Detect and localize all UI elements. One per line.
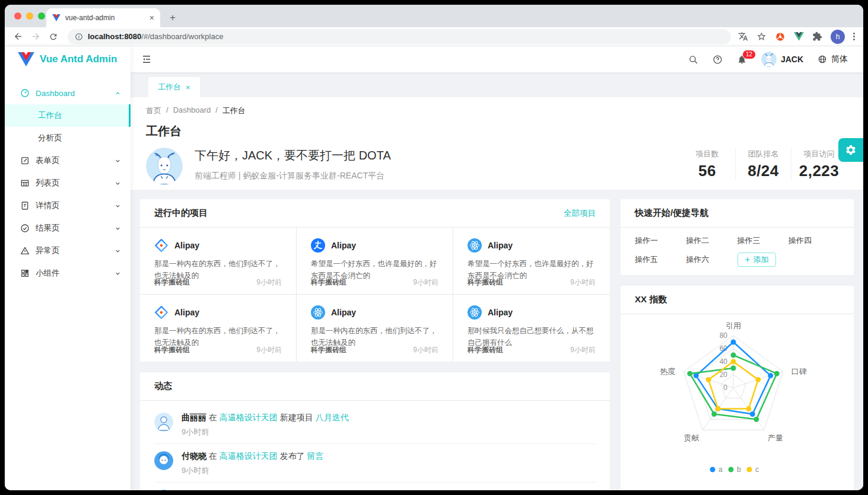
notification-badge: 12 [742,50,756,59]
breadcrumb: 首页 / Dashboard / 工作台 [146,106,847,116]
breadcrumb-dashboard[interactable]: Dashboard [173,106,211,116]
user-avatar [761,52,777,67]
activity-team-link[interactable]: 高逼格设计天团 [220,413,278,422]
window-controls[interactable] [14,12,45,20]
language-switch[interactable]: 简体 [818,54,848,65]
bookmark-star-icon[interactable] [756,31,767,41]
user-menu[interactable]: JACK [761,52,803,67]
project-card[interactable]: Alipay 那时候我只会想自己想要什么，从不想自己拥有什么 科学搬砖组9小时前 [453,295,610,362]
quick-link-2[interactable]: 操作二 [686,234,737,248]
activity-target-link[interactable]: 八月迭代 [316,413,349,422]
sidebar-item-form[interactable]: 表单页 [5,149,131,172]
project-group-link[interactable]: 科学搬砖组 [311,345,346,355]
sidebar-item-workplace[interactable]: 工作台 [5,104,131,127]
activity-item: 曲丽丽 在 高逼格设计天团 新建项目 八月迭代 9小时前 [154,405,596,443]
chevron-down-icon [115,180,121,187]
project-group-link[interactable]: 科学搬砖组 [311,277,346,288]
svg-text:b: b [737,465,741,474]
settings-button[interactable] [838,138,863,162]
avatar [154,490,173,490]
vue-logo-icon [18,52,34,66]
antd-logo-icon [154,238,168,253]
avatar [154,413,173,432]
react-logo-icon [468,238,482,253]
sidebar-item-result[interactable]: 结果页 [5,217,131,239]
tab-close-icon[interactable]: × [150,14,154,22]
quick-link-5[interactable]: 操作五 [635,253,686,267]
sidebar-item-exception[interactable]: 异常页 [5,239,131,262]
browser-tab[interactable]: vue-antd-admin × [46,8,160,27]
project-card[interactable]: Alipay 希望是一个好东西，也许是最好的，好东西是不会消亡的 科学搬砖组9小… [297,228,453,295]
activity-team-link[interactable]: 高逼格设计天团 [220,451,278,461]
quick-link-3[interactable]: 操作三 [737,234,788,248]
back-icon[interactable] [11,30,25,44]
activity-time: 9小时前 [182,465,324,476]
address-bar[interactable]: localhost:8080/#/dashboard/workplace [68,29,731,44]
url-text: localhost:8080/#/dashboard/workplace [88,32,223,41]
project-group-link[interactable]: 科学搬砖组 [154,345,190,355]
new-tab-button[interactable]: + [165,10,180,25]
puzzle-icon[interactable] [812,31,822,41]
close-window-button[interactable] [14,12,21,20]
activity-item [154,482,596,490]
project-card[interactable]: Alipay 希望是一个好东西，也许是最好的，好东西是不会消亡的 科学搬砖组9小… [453,228,610,295]
quick-link-6[interactable]: 操作六 [686,253,737,267]
chevron-down-icon [115,270,121,277]
svg-text:80: 80 [720,331,728,340]
activity-user[interactable]: 付晓晓 [182,451,206,461]
search-icon[interactable] [688,55,698,65]
chevron-down-icon [115,203,121,209]
info-icon[interactable] [75,33,83,41]
vue-devtools-icon[interactable] [794,32,804,41]
quick-nav-card: 快速开始/便捷导航 操作一 操作二 操作三 操作四 操作五 操作六 添加 [621,199,854,275]
project-card[interactable]: Alipay 那是一种内在的东西，他们到达不了，也无法触及的 科学搬砖组9小时前 [140,228,297,295]
translate-icon[interactable] [738,31,748,41]
app-logo[interactable]: Vue Antd Admin [5,46,131,72]
kebab-menu-icon[interactable] [853,31,855,41]
svg-text:40: 40 [720,357,728,366]
project-group-link[interactable]: 科学搬砖组 [468,277,503,288]
sidebar-item-analysis[interactable]: 分析页 [5,127,131,149]
quick-link-1[interactable]: 操作一 [635,234,686,248]
help-icon[interactable] [713,55,723,65]
sidebar-item-list[interactable]: 列表页 [5,172,131,194]
breadcrumb-home[interactable]: 首页 [146,106,161,116]
svg-text:热度: 热度 [660,367,675,376]
forward-icon[interactable] [28,30,43,44]
svg-text:口碑: 口碑 [791,367,807,376]
sidebar-item-dashboard[interactable]: Dashboard [5,82,131,104]
activity-user[interactable]: 曲丽丽 [182,413,206,422]
index-chart-title: XX 指数 [635,294,667,305]
minimize-window-button[interactable] [26,12,33,20]
extension-orange-icon[interactable] [775,31,786,42]
quick-link-4[interactable]: 操作四 [788,234,840,248]
alipay-logo-icon [311,238,325,253]
activity-target-link[interactable]: 留言 [307,451,324,461]
project-group-link[interactable]: 科学搬砖组 [468,345,503,355]
table-icon [20,178,30,188]
project-card[interactable]: Alipay 那是一种内在的东西，他们到达不了，也无法触及的 科学搬砖组9小时前 [140,295,297,362]
project-card[interactable]: Alipay 那是一种内在的东西，他们到达不了，也无法触及的 科学搬砖组9小时前 [297,295,453,362]
menu-fold-icon[interactable] [141,54,152,65]
reload-icon[interactable] [46,30,61,44]
view-all-projects-link[interactable]: 全部项目 [564,208,596,219]
stat-projects: 项目数 56 [679,148,735,180]
plus-icon [745,257,751,263]
notification-bell[interactable]: 12 [737,55,747,65]
react-logo-icon [468,305,482,320]
sidebar-item-detail[interactable]: 详情页 [5,194,131,217]
browser-profile-avatar[interactable]: h [831,30,845,44]
tab-close-icon[interactable]: × [186,83,190,92]
page-tab-workplace[interactable]: 工作台 × [148,77,200,97]
add-button[interactable]: 添加 [737,253,776,267]
sidebar-menu: Dashboard 工作台 分析页 表单页 [5,72,131,285]
radar-chart: 020406080引用口碑产量贡献热度abc [621,314,850,490]
project-group-link[interactable]: 科学搬砖组 [154,277,190,288]
svg-text:引用: 引用 [726,321,741,330]
react-logo-icon [311,305,325,320]
language-label: 简体 [831,54,848,65]
maximize-window-button[interactable] [38,12,45,20]
index-chart-card: XX 指数 020406080引用口碑产量贡献热度abc [621,286,854,490]
sidebar-item-widget[interactable]: 小组件 [5,262,131,285]
svg-text:c: c [755,465,759,474]
